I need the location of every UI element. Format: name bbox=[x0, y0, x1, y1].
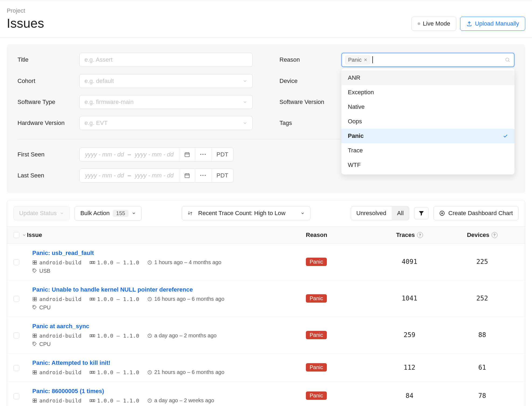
svg-rect-13 bbox=[33, 297, 34, 299]
svg-rect-1 bbox=[185, 153, 189, 157]
status-filter-segment[interactable]: Unresolved All bbox=[351, 206, 410, 220]
sort-label: Recent Trace Count: High to Low bbox=[198, 210, 295, 217]
devices-count: 252 bbox=[446, 295, 519, 302]
issue-title-link[interactable]: Panic at aarch_sync bbox=[32, 323, 89, 330]
filter-label-last-seen: Last Seen bbox=[18, 172, 79, 179]
update-status-label: Update Status bbox=[19, 210, 57, 217]
info-icon[interactable]: ? bbox=[417, 232, 423, 238]
live-mode-label: Live Mode bbox=[423, 20, 450, 27]
reason-option-wtf[interactable]: WTF bbox=[341, 158, 514, 172]
issue-title-link[interactable]: Panic: 86000005 (1 times) bbox=[32, 388, 104, 395]
create-chart-button[interactable]: Create Dashboard Chart bbox=[433, 206, 519, 220]
create-chart-label: Create Dashboard Chart bbox=[448, 210, 513, 217]
software-type-select[interactable]: e.g. firmware-main bbox=[79, 95, 253, 109]
timezone-label[interactable]: PDT bbox=[211, 169, 233, 182]
more-icon[interactable]: ··· bbox=[195, 169, 211, 182]
svg-rect-23 bbox=[35, 334, 37, 335]
time-label: 21 hours ago – 6 months ago bbox=[147, 369, 224, 375]
segment-unresolved[interactable]: Unresolved bbox=[351, 206, 392, 220]
svg-rect-24 bbox=[33, 336, 34, 338]
segment-all[interactable]: All bbox=[392, 206, 409, 220]
filter-label-cohort: Cohort bbox=[18, 78, 79, 85]
row-checkbox[interactable] bbox=[13, 393, 19, 399]
bulk-count-badge: 155 bbox=[113, 210, 128, 217]
svg-rect-27 bbox=[92, 335, 93, 337]
table-header: Issue Reason Traces ? Devices ? bbox=[7, 226, 525, 244]
timezone-label[interactable]: PDT bbox=[211, 148, 233, 161]
column-devices: Devices ? bbox=[446, 232, 519, 239]
info-icon[interactable]: ? bbox=[492, 232, 498, 238]
svg-rect-43 bbox=[90, 400, 91, 402]
bulk-action-button[interactable]: Bulk Action 155 bbox=[75, 206, 141, 220]
svg-rect-19 bbox=[93, 298, 95, 300]
filter-label-reason: Reason bbox=[279, 56, 341, 63]
live-mode-button[interactable]: Live Mode bbox=[411, 17, 457, 31]
sort-select[interactable]: Recent Trace Count: High to Low bbox=[182, 206, 310, 220]
status-dot-icon bbox=[418, 22, 420, 25]
date-from-placeholder: yyyy - mm - dd bbox=[85, 172, 124, 179]
reason-multiselect[interactable]: Panic ✕ bbox=[341, 53, 514, 67]
reason-dropdown: ANRExceptionNativeOopsPanicTraceWTF bbox=[341, 68, 514, 174]
more-icon[interactable]: ··· bbox=[195, 148, 211, 161]
close-icon[interactable]: ✕ bbox=[364, 57, 367, 62]
column-reason: Reason bbox=[306, 232, 373, 239]
title-input[interactable] bbox=[79, 53, 253, 67]
build-label: android-build bbox=[32, 397, 82, 404]
filter-label-title: Title bbox=[18, 56, 79, 63]
filter-funnel-button[interactable] bbox=[414, 207, 429, 219]
results-card: Update Status Bulk Action 155 Recent Tra… bbox=[7, 200, 525, 406]
time-label: a day ago – 2 weeks ago bbox=[147, 397, 214, 404]
build-label: android-build bbox=[32, 369, 82, 376]
search-icon bbox=[505, 57, 510, 62]
chevron-down-icon[interactable] bbox=[22, 233, 26, 237]
issue-title-link[interactable]: Panic: Attempted to kill init! bbox=[32, 359, 110, 366]
swtype-placeholder: e.g. firmware-main bbox=[85, 99, 134, 106]
traces-count: 1041 bbox=[373, 295, 446, 302]
first-seen-datepicker[interactable]: yyyy - mm - dd – yyyy - mm - dd ··· PDT bbox=[79, 148, 233, 162]
upload-manually-button[interactable]: Upload Manually bbox=[460, 17, 525, 31]
row-checkbox[interactable] bbox=[13, 332, 19, 338]
version-label: 1.0.0 – 1.1.0 bbox=[90, 259, 139, 266]
funnel-icon bbox=[418, 210, 425, 216]
svg-point-30 bbox=[33, 343, 34, 343]
svg-rect-33 bbox=[33, 373, 34, 374]
svg-rect-39 bbox=[33, 399, 34, 400]
table-row: Panic: Unable to handle kernel NULL poin… bbox=[7, 280, 525, 317]
hardware-version-select[interactable]: e.g. EVT bbox=[79, 116, 253, 130]
svg-rect-41 bbox=[33, 401, 34, 402]
version-label: 1.0.0 – 1.1.0 bbox=[90, 369, 139, 376]
breadcrumb[interactable]: Project bbox=[7, 7, 44, 14]
svg-rect-15 bbox=[33, 299, 34, 301]
row-checkbox[interactable] bbox=[13, 296, 19, 302]
reason-tag-panic[interactable]: Panic ✕ bbox=[345, 55, 370, 64]
reason-option-panic[interactable]: Panic bbox=[341, 129, 514, 143]
issue-title-link[interactable]: Panic: Unable to handle kernel NULL poin… bbox=[32, 286, 193, 293]
column-issue: Issue bbox=[27, 232, 306, 239]
svg-rect-36 bbox=[92, 371, 93, 373]
row-checkbox[interactable] bbox=[13, 365, 19, 371]
svg-rect-32 bbox=[35, 370, 37, 372]
issue-title-link[interactable]: Panic: usb_read_fault bbox=[32, 250, 94, 257]
reason-option-anr[interactable]: ANR bbox=[341, 71, 514, 85]
select-all-checkbox[interactable] bbox=[13, 232, 19, 238]
reason-option-trace[interactable]: Trace bbox=[341, 143, 514, 158]
reason-option-native[interactable]: Native bbox=[341, 100, 514, 114]
time-label: 1 hours ago – 4 months ago bbox=[147, 259, 221, 265]
tag-item: USB bbox=[32, 268, 50, 274]
tag-item: CPU bbox=[32, 304, 51, 311]
reason-option-oops[interactable]: Oops bbox=[341, 114, 514, 129]
last-seen-datepicker[interactable]: yyyy - mm - dd – yyyy - mm - dd ··· PDT bbox=[79, 169, 233, 183]
cohort-select[interactable]: e.g. default bbox=[79, 74, 253, 88]
svg-point-0 bbox=[506, 58, 509, 61]
svg-rect-10 bbox=[93, 261, 95, 264]
check-icon bbox=[503, 133, 508, 139]
calendar-icon[interactable] bbox=[179, 169, 195, 182]
reason-option-exception[interactable]: Exception bbox=[341, 85, 514, 100]
calendar-icon[interactable] bbox=[179, 148, 195, 161]
dash: – bbox=[128, 151, 131, 158]
reason-badge: Panic bbox=[306, 294, 327, 303]
bulk-action-label: Bulk Action bbox=[80, 210, 110, 217]
reason-badge: Panic bbox=[306, 258, 327, 266]
row-checkbox[interactable] bbox=[13, 259, 19, 265]
svg-rect-42 bbox=[35, 401, 37, 402]
